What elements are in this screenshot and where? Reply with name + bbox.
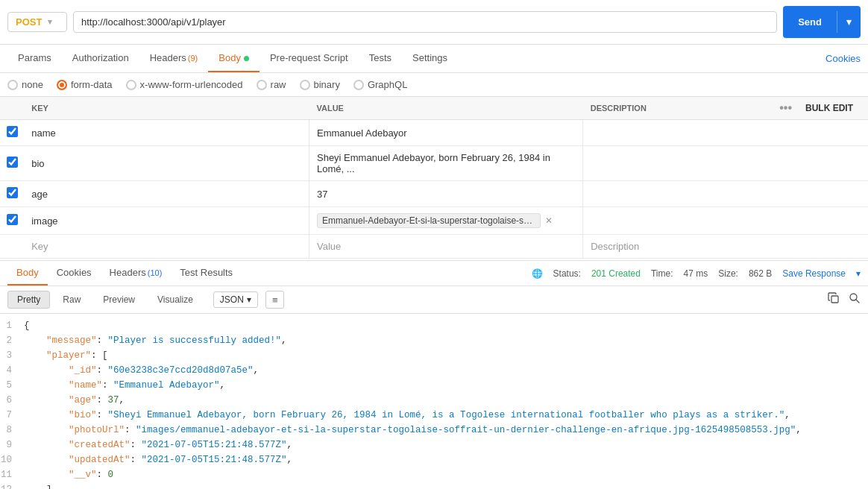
code-content: "message": "Player is successfully added…: [24, 333, 287, 348]
code-content: {: [24, 318, 30, 333]
json-string: "Player is successfully added!": [108, 335, 282, 346]
json-string: "60e3238c3e7ccd20d8d07a5e": [108, 365, 254, 376]
row2-value-cell[interactable]: Sheyi Emmanuel Adebayor, born February 2…: [309, 146, 582, 181]
row2-desc-cell[interactable]: [583, 146, 868, 181]
fmt-preview-button[interactable]: Preview: [93, 291, 145, 309]
body-type-none[interactable]: none: [7, 79, 43, 90]
copy-icon[interactable]: [828, 292, 840, 307]
row2-value: Sheyi Emmanuel Adebayor, born February 2…: [317, 152, 550, 174]
code-content: "name": "Emmanuel Adebayor",: [24, 378, 225, 393]
row2-checkbox[interactable]: [7, 157, 18, 168]
row2-key-cell[interactable]: bio: [24, 146, 309, 181]
radio-formdata-icon: [57, 80, 67, 90]
body-type-graphql-label: GraphQL: [368, 79, 407, 90]
body-type-binary[interactable]: binary: [300, 79, 340, 90]
wrap-button[interactable]: ≡: [265, 291, 285, 309]
json-syntax: [24, 395, 69, 406]
send-label: Send: [783, 11, 837, 33]
json-string: "2021-07-05T15:21:48.577Z": [142, 455, 287, 465]
resp-tab-body[interactable]: Body: [7, 261, 48, 285]
json-syntax: ,: [796, 425, 802, 435]
method-select[interactable]: POST ▾: [7, 12, 67, 32]
body-type-graphql[interactable]: GraphQL: [353, 79, 407, 90]
json-line: 4 "_id": "60e3238c3e7ccd20d8d07a5e",: [0, 363, 868, 378]
json-syntax: ,: [220, 380, 226, 391]
row2-key-value: bio: [31, 158, 44, 169]
line-number: 9: [0, 438, 24, 452]
row4-checkbox[interactable]: [7, 214, 18, 225]
json-line: 11 "__v": 0: [0, 467, 868, 482]
save-response-chevron-icon[interactable]: ▾: [856, 268, 861, 279]
row4-value-cell[interactable]: Emmanuel-Adebayor-Et-si-la-superstar-tog…: [309, 207, 582, 235]
tab-body[interactable]: Body: [208, 45, 260, 72]
bulk-edit-button[interactable]: Bulk Edit: [798, 103, 861, 113]
body-type-urlencoded[interactable]: x-www-form-urlencoded: [126, 79, 243, 90]
fmt-raw-button[interactable]: Raw: [53, 291, 90, 309]
row4-desc-cell[interactable]: [583, 207, 868, 235]
json-line: 3 "player": [: [0, 348, 868, 363]
placeholder-value-cell[interactable]: Value: [309, 235, 582, 259]
url-input[interactable]: [73, 11, 777, 33]
wrap-icon: ≡: [272, 294, 278, 306]
body-type-formdata[interactable]: form-data: [57, 79, 113, 90]
code-content: "createdAt": "2021-07-05T15:21:48.577Z",: [24, 438, 292, 452]
tab-authorization-label: Authorization: [72, 52, 129, 63]
tab-settings[interactable]: Settings: [402, 45, 458, 72]
json-syntax: :: [97, 365, 108, 376]
url-bar: POST ▾ Send ▾: [0, 0, 868, 45]
table-options-icon[interactable]: •••: [773, 101, 798, 115]
code-content: "bio": "Sheyi Emmanuel Adebayor, born Fe…: [24, 408, 790, 423]
response-tabs: Body Cookies Headers(10) Test Results 🌐 …: [0, 260, 868, 286]
resp-tab-testresults[interactable]: Test Results: [171, 261, 242, 285]
search-icon[interactable]: [849, 292, 861, 307]
tab-headers-label: Headers: [150, 52, 186, 63]
send-arrow-icon[interactable]: ▾: [837, 11, 861, 33]
resp-tab-headers[interactable]: Headers(10): [101, 261, 172, 285]
tab-authorization[interactable]: Authorization: [62, 45, 139, 72]
resp-headers-badge: (10): [148, 268, 163, 277]
tab-prerequest-label: Pre-request Script: [270, 52, 348, 63]
json-line: 9 "createdAt": "2021-07-05T15:21:48.577Z…: [0, 438, 868, 452]
row3-check-col: [0, 181, 24, 207]
save-response-button[interactable]: Save Response: [782, 268, 846, 279]
fmt-pretty-button[interactable]: Pretty: [7, 291, 50, 309]
placeholder-key-cell[interactable]: Key: [24, 235, 309, 259]
table-row: name Emmanuel Adebayor: [0, 120, 868, 146]
json-syntax: ,: [287, 455, 293, 465]
radio-urlencoded-icon: [126, 80, 136, 90]
send-button[interactable]: Send ▾: [783, 6, 861, 38]
json-number: 0: [108, 470, 114, 480]
json-format-select[interactable]: JSON ▾: [213, 291, 258, 308]
line-number: 10: [0, 452, 24, 467]
json-line: 2 "message": "Player is successfully add…: [0, 333, 868, 348]
row1-key-cell[interactable]: name: [24, 120, 309, 146]
fmt-visualize-button[interactable]: Visualize: [148, 291, 203, 309]
row1-value-cell[interactable]: Emmanuel Adebayor: [309, 120, 582, 146]
row3-key-cell[interactable]: age: [24, 181, 309, 207]
code-content: "__v": 0: [24, 467, 113, 482]
status-label: Status:: [553, 268, 581, 279]
cookies-link[interactable]: Cookies: [825, 53, 861, 64]
row4-key-cell[interactable]: image: [24, 207, 309, 235]
tab-prerequest[interactable]: Pre-request Script: [260, 45, 359, 72]
json-key: "__v": [69, 470, 97, 480]
size-label: Size:: [718, 268, 738, 279]
json-key: "name": [69, 380, 102, 391]
json-syntax: ]: [24, 485, 52, 489]
row1-desc-cell[interactable]: [583, 120, 868, 146]
tab-tests[interactable]: Tests: [359, 45, 402, 72]
row3-desc-cell[interactable]: [583, 181, 868, 207]
body-type-raw[interactable]: raw: [257, 79, 286, 90]
tab-params[interactable]: Params: [7, 45, 62, 72]
row1-checkbox[interactable]: [7, 126, 18, 137]
json-syntax: ,: [119, 395, 125, 406]
file-remove-icon[interactable]: ✕: [545, 215, 553, 226]
row3-value-cell[interactable]: 37: [309, 181, 582, 207]
placeholder-desc-cell[interactable]: Description: [583, 235, 868, 259]
resp-tab-cookies[interactable]: Cookies: [48, 261, 101, 285]
tab-headers[interactable]: Headers(9): [139, 45, 209, 72]
row3-checkbox[interactable]: [7, 187, 18, 198]
key-header: KEY: [24, 97, 309, 120]
tab-body-label: Body: [218, 52, 241, 63]
table-row: age 37: [0, 181, 868, 207]
